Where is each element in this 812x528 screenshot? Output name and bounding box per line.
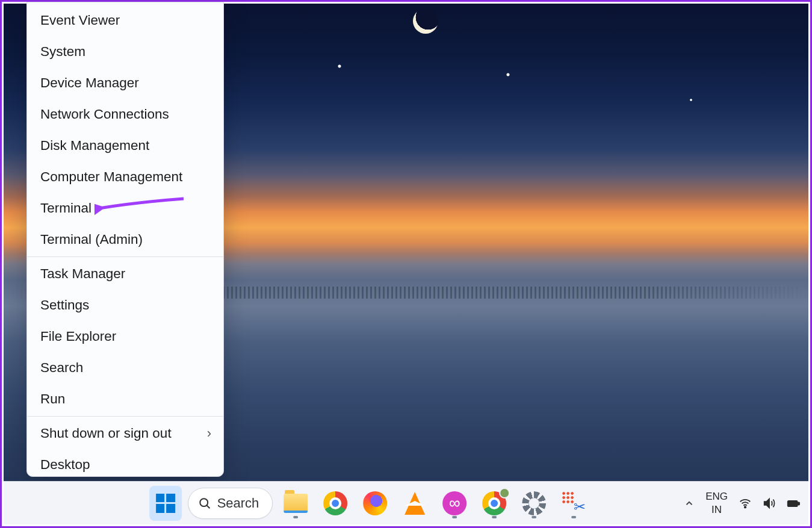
moon-graphic [413, 8, 438, 34]
winx-item-label: Shut down or sign out [40, 426, 172, 441]
file-explorer-icon [284, 494, 308, 513]
winx-item-terminal-admin[interactable]: Terminal (Admin) [27, 224, 223, 255]
battery-icon[interactable] [787, 497, 800, 510]
winx-item-label: Search [40, 360, 83, 376]
winx-item-label: Settings [40, 297, 89, 313]
taskbar-chrome[interactable] [318, 486, 352, 521]
winx-item-label: Run [40, 391, 65, 407]
language-line1: ENG [705, 490, 728, 503]
winx-item-desktop[interactable]: Desktop [27, 449, 223, 477]
svg-marker-3 [764, 498, 769, 508]
svg-point-2 [745, 506, 746, 508]
taskbar-chrome-profile[interactable] [477, 486, 511, 521]
winx-item-label: System [40, 44, 85, 60]
svg-point-0 [200, 498, 208, 506]
chrome-profile-icon [482, 491, 506, 515]
winx-item-label: File Explorer [40, 329, 116, 344]
winx-item-label: Desktop [40, 457, 90, 473]
wifi-icon[interactable] [739, 497, 752, 510]
infinity-app-icon: ∞ [442, 491, 466, 515]
language-indicator[interactable]: ENG IN [705, 490, 728, 516]
winx-item-network-connections[interactable]: Network Connections [27, 99, 223, 130]
taskbar-app-pink[interactable]: ∞ [438, 486, 471, 521]
winx-separator [27, 416, 223, 417]
winx-item-run[interactable]: Run [27, 384, 223, 415]
winx-item-label: Disk Management [40, 138, 149, 154]
winx-item-label: Event Viewer [40, 13, 120, 28]
winx-item-system[interactable]: System [27, 36, 223, 67]
winx-item-terminal[interactable]: Terminal [27, 193, 223, 224]
winx-item-task-manager[interactable]: Task Manager [27, 258, 223, 290]
winx-item-label: Network Connections [40, 107, 169, 122]
search-label: Search [217, 495, 259, 511]
winx-item-device-manager[interactable]: Device Manager [27, 67, 223, 99]
taskbar-vlc[interactable] [398, 486, 432, 521]
winx-item-shut-down-or-sign-out[interactable]: Shut down or sign out [27, 418, 223, 449]
search-icon [198, 497, 211, 510]
language-line2: IN [705, 503, 728, 516]
volume-icon[interactable] [763, 497, 776, 510]
svg-rect-5 [798, 502, 800, 505]
windows-logo-icon [156, 494, 175, 513]
firefox-icon [363, 491, 387, 515]
taskbar-file-explorer[interactable] [279, 486, 312, 521]
winx-context-menu: Event ViewerSystemDevice ManagerNetwork … [26, 2, 224, 477]
winx-item-disk-management[interactable]: Disk Management [27, 130, 223, 161]
winx-item-file-explorer[interactable]: File Explorer [27, 321, 223, 352]
taskbar-snipping-tool[interactable]: ✂ [557, 486, 590, 521]
winx-item-event-viewer[interactable]: Event Viewer [27, 5, 223, 36]
winx-item-search[interactable]: Search [27, 352, 223, 384]
start-button[interactable] [149, 486, 182, 521]
chrome-icon [323, 491, 347, 515]
snipping-tool-icon: ✂ [562, 491, 586, 515]
svg-line-1 [206, 505, 209, 508]
winx-item-label: Terminal [40, 200, 91, 216]
winx-item-label: Task Manager [40, 266, 125, 282]
winx-item-computer-management[interactable]: Computer Management [27, 161, 223, 193]
svg-rect-4 [788, 500, 798, 506]
settings-gear-icon [522, 491, 546, 515]
winx-item-label: Computer Management [40, 169, 182, 185]
taskbar-search[interactable]: Search [188, 488, 273, 519]
winx-item-settings[interactable]: Settings [27, 290, 223, 321]
winx-item-label: Terminal (Admin) [40, 232, 143, 247]
winx-separator [27, 256, 223, 257]
winx-item-label: Device Manager [40, 75, 139, 91]
taskbar: Search ∞ ✂ [4, 481, 808, 524]
taskbar-settings[interactable] [517, 486, 551, 521]
tray-overflow-chevron-icon[interactable] [684, 498, 695, 509]
vlc-icon [404, 492, 425, 515]
taskbar-firefox[interactable] [358, 486, 392, 521]
